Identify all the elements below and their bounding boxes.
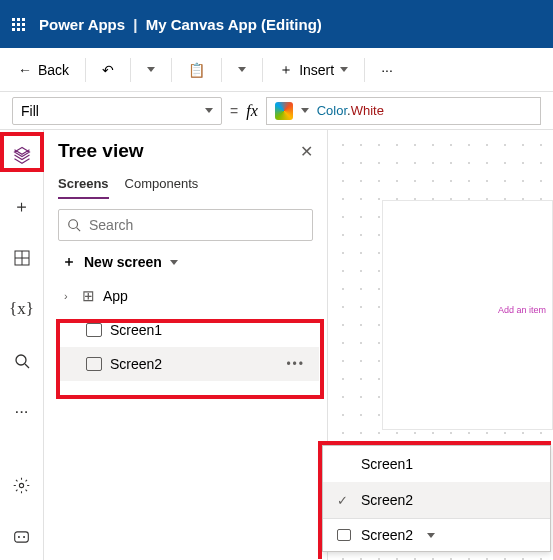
formula-bar: Fill = fx Color.White	[0, 92, 553, 130]
tab-screens[interactable]: Screens	[58, 176, 109, 199]
command-bar: ← Back ↶ 📋 ＋ Insert ···	[0, 48, 553, 92]
paste-button[interactable]: 📋	[182, 58, 211, 82]
app-icon: ⊞	[82, 287, 95, 305]
insert-button[interactable]: ＋ Insert	[273, 57, 354, 83]
screen-switcher-popup: Screen1 ✓ Screen2 Screen2	[322, 445, 551, 552]
tree-node-screen2[interactable]: Screen2 •••	[58, 347, 319, 381]
more-icon[interactable]: •••	[286, 357, 305, 371]
waffle-icon[interactable]	[12, 18, 25, 31]
tree-node-screen1[interactable]: Screen1	[58, 313, 319, 347]
new-screen-button[interactable]: ＋ New screen	[62, 253, 319, 271]
gear-icon	[13, 477, 30, 494]
insert-rail-button[interactable]: ＋	[6, 192, 38, 222]
chevron-down-icon	[147, 67, 155, 72]
bot-icon	[13, 530, 30, 544]
svg-rect-6	[15, 532, 29, 542]
plus-icon: ＋	[62, 253, 76, 271]
chevron-down-icon	[301, 108, 309, 113]
search-rail-button[interactable]	[6, 346, 38, 376]
formula-input[interactable]: Color.White	[266, 97, 541, 125]
tab-components[interactable]: Components	[125, 176, 199, 199]
chevron-down-icon	[427, 533, 435, 538]
svg-point-5	[19, 484, 23, 488]
header-title: Power Apps | My Canvas App (Editing)	[39, 16, 322, 33]
panel-title: Tree view	[58, 140, 144, 162]
screen-icon	[337, 529, 351, 541]
svg-point-7	[18, 536, 20, 538]
app-header: Power Apps | My Canvas App (Editing)	[0, 0, 553, 48]
popup-item-screen1[interactable]: Screen1	[323, 446, 550, 482]
check-icon: ✓	[337, 493, 351, 508]
svg-point-8	[23, 536, 25, 538]
grid-icon	[14, 250, 30, 266]
search-icon	[14, 353, 30, 369]
plus-icon: ＋	[279, 61, 293, 79]
chevron-right-icon: ›	[64, 290, 74, 302]
equals-sign: =	[230, 103, 238, 119]
artboard[interactable]: Add an item	[382, 200, 553, 430]
clipboard-icon: 📋	[188, 62, 205, 78]
canvas-hint: Add an item	[498, 305, 546, 315]
tree-search[interactable]	[58, 209, 313, 241]
svg-point-9	[69, 220, 78, 229]
chevron-down-icon	[205, 108, 213, 113]
ask-rail-button[interactable]	[6, 523, 38, 553]
tree-view-panel: Tree view ✕ Screens Components ＋ New scr…	[44, 130, 328, 560]
undo-split-button[interactable]	[141, 63, 161, 76]
undo-button[interactable]: ↶	[96, 58, 120, 82]
tree-node-app[interactable]: › ⊞ App	[58, 279, 319, 313]
more-rail-button[interactable]: ···	[6, 398, 38, 428]
settings-rail-button[interactable]	[6, 471, 38, 501]
layers-icon	[13, 146, 31, 164]
chevron-down-icon	[238, 67, 246, 72]
svg-line-10	[77, 228, 81, 232]
search-input[interactable]	[89, 217, 304, 233]
screen-icon	[86, 357, 102, 371]
close-panel-button[interactable]: ✕	[300, 142, 313, 161]
copilot-icon[interactable]	[275, 102, 293, 120]
paste-split-button[interactable]	[232, 63, 252, 76]
fx-icon[interactable]: fx	[246, 102, 258, 120]
svg-line-4	[25, 364, 29, 368]
chevron-down-icon	[340, 67, 348, 72]
popup-current-screen[interactable]: Screen2	[323, 519, 550, 551]
overflow-button[interactable]: ···	[375, 58, 399, 82]
back-button[interactable]: ← Back	[12, 58, 75, 82]
screen-icon	[86, 323, 102, 337]
tree-view-rail-button[interactable]	[6, 140, 38, 170]
more-icon: ···	[381, 62, 393, 78]
property-dropdown[interactable]: Fill	[12, 97, 222, 125]
chevron-down-icon	[170, 260, 178, 265]
svg-point-3	[16, 355, 26, 365]
data-rail-button[interactable]	[6, 243, 38, 273]
search-icon	[67, 218, 81, 232]
undo-icon: ↶	[102, 62, 114, 78]
left-rail: ＋ {x} ···	[0, 130, 44, 560]
tree: › ⊞ App Screen1 Screen2 •••	[58, 279, 319, 381]
popup-item-screen2[interactable]: ✓ Screen2	[323, 482, 550, 518]
back-arrow-icon: ←	[18, 62, 32, 78]
variables-rail-button[interactable]: {x}	[6, 295, 38, 325]
